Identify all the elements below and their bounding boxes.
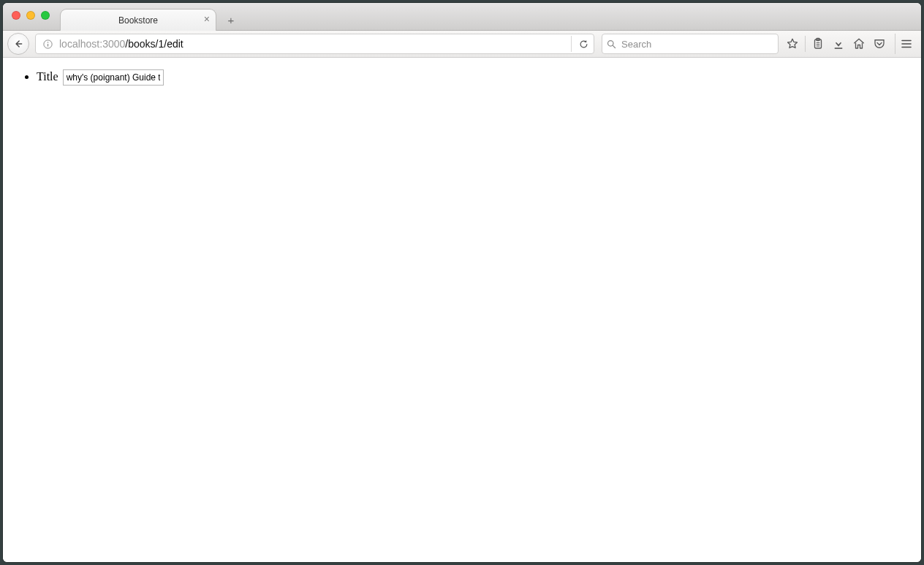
download-icon [832, 37, 845, 50]
new-tab-button[interactable]: + [222, 12, 240, 27]
url-separator [571, 36, 572, 52]
bookmark-star-button[interactable] [783, 34, 802, 53]
title-label: Title [37, 70, 58, 83]
svg-point-1 [47, 42, 48, 43]
pocket-icon [873, 37, 886, 50]
navigation-toolbar: localhost:3000/books/1/edit [3, 31, 921, 58]
browser-window: Bookstore × + localhost:3000/books/1/edi… [3, 3, 921, 562]
tab-active[interactable]: Bookstore × [60, 9, 216, 31]
form-list: Title [16, 69, 908, 86]
star-icon [786, 37, 799, 50]
url-path: /books/1/edit [125, 38, 183, 50]
tab-title: Bookstore [118, 15, 158, 26]
hamburger-icon [900, 37, 913, 50]
info-icon [42, 39, 53, 50]
reload-icon [578, 39, 589, 50]
back-button[interactable] [7, 33, 29, 55]
home-button[interactable] [849, 34, 868, 53]
hamburger-menu-button[interactable] [895, 34, 917, 54]
url-bar[interactable]: localhost:3000/books/1/edit [35, 34, 594, 54]
plus-icon: + [228, 14, 235, 26]
svg-rect-10 [835, 48, 843, 49]
url-host: localhost [59, 38, 99, 50]
toolbar-icons [783, 34, 889, 53]
url-port: :3000 [99, 38, 125, 50]
clipboard-icon [811, 37, 825, 50]
search-icon [602, 39, 620, 50]
arrow-left-icon [13, 39, 23, 49]
title-input[interactable] [63, 69, 164, 86]
search-bar[interactable] [602, 34, 779, 54]
tab-strip: Bookstore × + [60, 3, 240, 30]
page-content: Title [3, 58, 921, 562]
svg-point-3 [607, 40, 613, 46]
window-close-button[interactable] [12, 11, 20, 20]
titlebar: Bookstore × + [3, 3, 921, 31]
url-text[interactable]: localhost:3000/books/1/edit [59, 34, 569, 53]
toolbar-separator [805, 36, 806, 52]
pocket-button[interactable] [870, 34, 889, 53]
reading-list-button[interactable] [808, 34, 828, 53]
svg-line-4 [613, 45, 615, 48]
traffic-lights [12, 11, 50, 20]
site-info-button[interactable] [40, 37, 55, 51]
downloads-button[interactable] [829, 34, 848, 53]
reload-button[interactable] [573, 39, 594, 50]
home-icon [852, 37, 866, 50]
search-input[interactable] [620, 38, 778, 50]
form-item-title: Title [37, 69, 908, 86]
tab-close-icon[interactable]: × [204, 14, 210, 24]
window-minimize-button[interactable] [26, 11, 35, 20]
window-zoom-button[interactable] [41, 11, 50, 20]
svg-rect-2 [47, 43, 48, 46]
